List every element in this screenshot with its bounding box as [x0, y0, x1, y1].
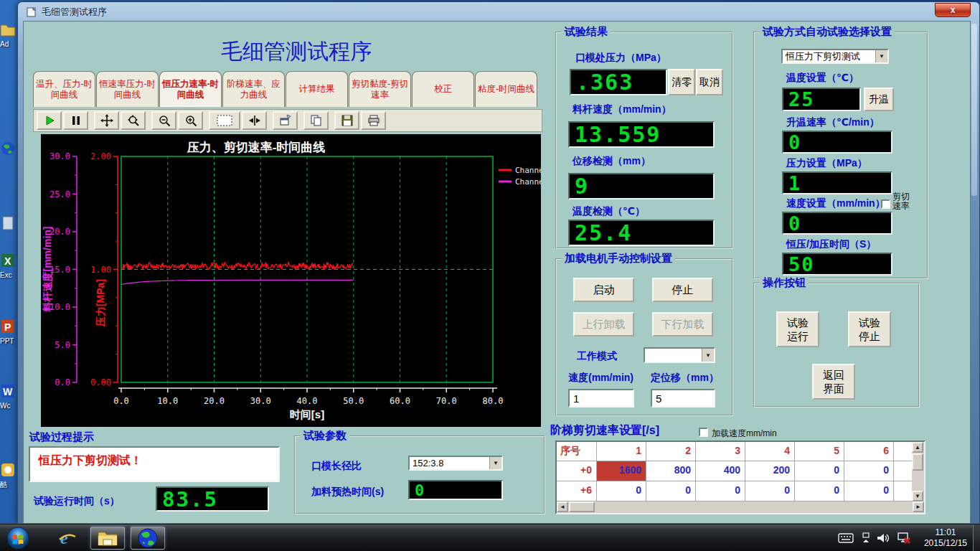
scroll-up-arrow[interactable]: ▲ — [912, 442, 923, 453]
zoom-in-button[interactable] — [178, 111, 203, 130]
table-cell[interactable]: 0 — [745, 481, 795, 501]
die-ratio-value: 152:3.8 — [410, 458, 489, 468]
table-cell[interactable]: 200 — [745, 461, 795, 481]
table-cell[interactable]: 0 — [597, 481, 646, 501]
close-button[interactable]: x — [935, 3, 971, 17]
properties-button[interactable] — [273, 111, 298, 130]
table-cell[interactable]: 0 — [844, 461, 894, 481]
taskbar-ie-button[interactable]: e — [52, 527, 83, 550]
motor-start-button[interactable]: 启动 — [573, 278, 634, 302]
table-cell[interactable]: 0 — [844, 481, 894, 501]
volume-tray-icon[interactable] — [877, 532, 891, 544]
svg-text:0.0: 0.0 — [113, 396, 129, 406]
shear-rate-checkbox[interactable] — [881, 199, 890, 209]
scroll-right-arrow[interactable]: ► — [913, 501, 924, 512]
tab-calc-results[interactable]: 计算结果 — [286, 71, 348, 107]
test-stop-button[interactable]: 试验 停止 — [848, 311, 891, 347]
hold-time-display: 50 — [782, 253, 892, 276]
test-mode-dropdown[interactable]: 恒压力下剪切测试 ▼ — [781, 49, 889, 64]
tab-label: 恒压力速率-时间曲线 — [161, 79, 220, 100]
row-header-cell: +6 — [557, 481, 597, 501]
zoom-out-button[interactable] — [151, 111, 176, 130]
table-cell[interactable] — [894, 461, 912, 481]
table-cell[interactable]: 800 — [646, 461, 696, 481]
motor-stop-button[interactable]: 停止 — [652, 278, 713, 302]
desktop-icon-music[interactable]: 酷 — [0, 462, 17, 489]
powerpoint-icon: P — [0, 319, 16, 334]
pause-button[interactable] — [63, 111, 88, 130]
work-mode-dropdown[interactable]: ▼ — [644, 347, 715, 363]
ram-speed-display: 13.559 — [568, 121, 715, 148]
chevron-down-icon[interactable]: ▼ — [875, 50, 887, 62]
svg-text:60.0: 60.0 — [390, 396, 410, 406]
tab-const-rate-pressure[interactable]: 恒速率压力-时间曲线 — [96, 71, 159, 107]
test-results-panel: 试验结果 口模处压力（MPa） .363 清零 取消 料杆速度（mm/min） … — [555, 32, 733, 249]
network-error-tray-icon[interactable] — [897, 532, 911, 545]
scroll-down-arrow[interactable]: ▼ — [912, 491, 923, 501]
desktop-icon-excel[interactable]: X Exc — [0, 253, 17, 279]
table-hscrollbar[interactable]: ◄ ► — [557, 501, 924, 513]
tab-const-pressure-rate[interactable]: 恒压力速率-时间曲线 — [159, 71, 222, 107]
zoom-dynamic-button[interactable] — [121, 111, 146, 130]
cancel-button[interactable]: 取消 — [696, 69, 723, 95]
scroll-left-arrow[interactable]: ◄ — [557, 501, 568, 512]
table-cell[interactable] — [894, 481, 912, 501]
table-header-row: 序号 1 2 3 4 5 6 — [557, 442, 924, 461]
tab-calibration[interactable]: 校正 — [412, 71, 474, 107]
tab-temp-pressure-time[interactable]: 温升、压力-时间曲线 — [33, 71, 95, 107]
shear-rate-checkbox-label: 剪切 速率 — [892, 192, 910, 211]
jog-speed-input[interactable]: 1 — [568, 389, 634, 408]
taskbar-app-button[interactable] — [131, 527, 165, 550]
print-button[interactable] — [361, 111, 386, 130]
show-hidden-icons-button[interactable] — [861, 532, 871, 544]
show-desktop-button[interactable] — [973, 524, 980, 551]
desktop-icon-doc[interactable] — [0, 215, 17, 234]
keyboard-tray-icon[interactable] — [838, 533, 854, 543]
svg-text:1.00: 1.00 — [90, 265, 111, 275]
play-button[interactable] — [37, 111, 62, 130]
window-frame-scrollbar[interactable] — [971, 24, 977, 196]
heat-up-button[interactable]: 升温 — [864, 88, 894, 111]
cursor-snap-button[interactable] — [242, 111, 267, 130]
pan-button[interactable] — [94, 111, 119, 130]
chevron-down-icon[interactable]: ▼ — [489, 457, 501, 469]
test-run-button[interactable]: 试验 运行 — [776, 311, 819, 347]
tab-step-rate-stress[interactable]: 阶梯速率、应力曲线 — [222, 71, 285, 107]
table-cell[interactable]: 400 — [696, 461, 745, 481]
clock-area[interactable]: 11:01 2015/12/15 — [924, 524, 967, 551]
desktop-icon-word[interactable]: W Wc — [0, 383, 17, 410]
tab-viscosity-time[interactable]: 粘度-时间曲线 — [475, 71, 537, 107]
chevron-down-icon[interactable]: ▼ — [702, 349, 714, 362]
runtime-display: 83.5 — [156, 486, 269, 512]
runtime-label: 试验运行时间（s） — [34, 495, 120, 508]
tab-label: 计算结果 — [299, 84, 335, 95]
vscroll-thumb[interactable] — [912, 453, 923, 471]
desktop-icon-globe[interactable] — [0, 141, 17, 159]
back-to-main-button[interactable]: 返回 界面 — [812, 364, 855, 400]
motor-down-load-button[interactable]: 下行加载 — [652, 312, 713, 336]
taskbar-explorer-button[interactable] — [90, 527, 125, 550]
die-ratio-dropdown[interactable]: 152:3.8 ▼ — [408, 456, 503, 471]
hscroll-thumb[interactable] — [569, 501, 595, 512]
start-button[interactable] — [4, 527, 32, 550]
chart-area[interactable]: 压力、剪切速率-时间曲线0.010.020.030.040.050.060.07… — [41, 134, 541, 427]
table-cell[interactable]: 0 — [646, 481, 696, 501]
table-cell[interactable]: 1600 — [597, 461, 646, 481]
panel-title: 试验方式自动试验选择设置 — [760, 25, 895, 39]
table-cell[interactable]: 0 — [696, 481, 745, 501]
table-cell[interactable]: 0 — [795, 461, 844, 481]
table-cell[interactable]: 0 — [795, 481, 844, 501]
desktop-icon-adobe[interactable]: Ad — [0, 22, 17, 48]
motor-up-unload-button[interactable]: 上行卸载 — [573, 312, 634, 336]
titlebar[interactable]: 毛细管测试程序 x — [18, 2, 979, 22]
zero-button[interactable]: 清零 — [668, 69, 695, 95]
tab-shear-viscosity[interactable]: 剪切黏度-剪切速率 — [349, 71, 411, 107]
select-region-button[interactable] — [209, 111, 240, 130]
desktop-icon-ppt[interactable]: P PPT — [0, 319, 17, 345]
table-vscrollbar[interactable]: ▲ ▼ — [912, 442, 924, 501]
travel-input[interactable]: 5 — [651, 389, 715, 408]
copy-button[interactable] — [303, 111, 329, 130]
save-button[interactable] — [334, 111, 359, 130]
load-speed-checkbox[interactable] — [699, 428, 708, 437]
preheat-label: 加料预热时间(s) — [311, 486, 384, 499]
